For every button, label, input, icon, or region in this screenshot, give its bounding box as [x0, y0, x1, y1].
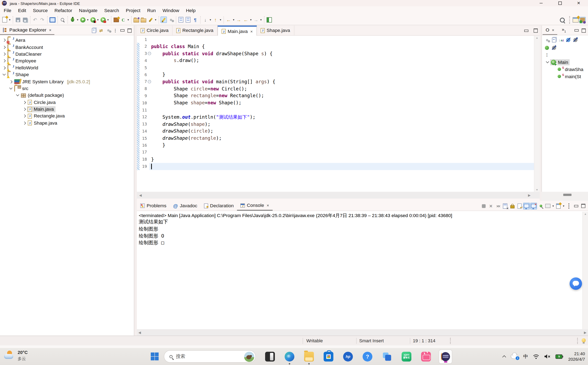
last-edit-location-dropdown-icon[interactable]: ▼	[232, 18, 235, 21]
wifi-icon[interactable]	[533, 354, 539, 359]
view-menu-icon[interactable]: ⋮	[112, 27, 119, 34]
hide-fields-icon[interactable]: F	[565, 37, 572, 43]
outline-item-main[interactable]: CMain	[542, 58, 588, 66]
chevron-right-icon[interactable]	[2, 38, 6, 42]
editor-maximize-button[interactable]	[532, 28, 539, 34]
iqiyi-icon[interactable]: iQIYI爱奇艺	[402, 352, 412, 362]
go-up-icon[interactable]: ↑	[212, 17, 218, 23]
collapse-all-icon[interactable]	[91, 27, 97, 34]
open-console-icon[interactable]	[555, 203, 562, 209]
tree-item--default-package-[interactable]: (default package)	[0, 92, 134, 99]
taskbar-weather-widget[interactable]: 20°C 多云	[4, 350, 27, 361]
editor-horizontal-scrollbar[interactable]: ◀▶	[137, 192, 540, 199]
tab-javadoc[interactable]: @Javadoc	[170, 201, 201, 211]
close-icon[interactable]: ×	[267, 203, 269, 208]
coverage-icon[interactable]	[90, 17, 96, 23]
word-wrap-icon[interactable]	[516, 203, 523, 209]
go-up-dropdown-icon[interactable]: ▼	[219, 18, 222, 21]
show-selected-element-icon[interactable]: ↓	[202, 17, 209, 23]
show-selected-element-dropdown-icon[interactable]: ▼	[209, 18, 212, 21]
taskbar-app-help-app[interactable]: ?	[358, 348, 377, 365]
show-on-stdout-icon[interactable]	[523, 203, 530, 209]
console-vertical-scrollbar[interactable]: ▲	[582, 212, 588, 329]
onedrive-icon[interactable]	[511, 354, 518, 359]
taskbar-app-file-explorer[interactable]	[299, 348, 319, 365]
tree-item-jre-system-library[interactable]: JRE System Library[jdk-25.0.2]	[0, 78, 134, 85]
start-button[interactable]	[151, 352, 159, 360]
taskbar-app-iqiyi[interactable]: iQIYI爱奇艺	[397, 348, 416, 365]
ime-indicator[interactable]: 中	[523, 353, 528, 360]
show-whitespace-icon[interactable]: ¶	[192, 17, 198, 23]
terminate-icon[interactable]	[480, 203, 487, 209]
view-menu-icon[interactable]: ⋮	[566, 203, 572, 209]
organize-imports-icon[interactable]	[185, 17, 191, 23]
display-selected-console-icon[interactable]	[544, 203, 551, 209]
redo-icon[interactable]: ↷	[39, 17, 45, 23]
close-icon[interactable]: ×	[49, 28, 52, 32]
next-edit-location-icon[interactable]: →	[236, 17, 242, 23]
volume-muted-icon[interactable]	[544, 354, 551, 359]
window-close-button[interactable]: ✕	[569, 0, 588, 6]
search-dialog-dropdown-icon[interactable]: ▼	[154, 18, 157, 21]
editor-tab-circle-java[interactable]: Circle.java	[137, 26, 173, 35]
focus-icon[interactable]	[105, 27, 111, 34]
chevron-down-icon[interactable]	[546, 60, 549, 64]
menu-project[interactable]: Project	[122, 6, 144, 14]
open-console-view-icon[interactable]	[49, 17, 55, 23]
tab-package-explorer[interactable]: Package Explorer ×	[0, 26, 54, 35]
hide-local-types-icon[interactable]: L	[550, 45, 558, 51]
taskbar-app-edge[interactable]	[280, 348, 299, 365]
tree-item-shape[interactable]: JShape	[0, 71, 134, 78]
taskbar-app-microsoft-store[interactable]	[319, 348, 338, 365]
tree-item-circle-java[interactable]: Circle.java	[0, 99, 134, 106]
outline-item-main-st[interactable]: Smain(St	[542, 73, 588, 80]
tab-declaration[interactable]: Declaration	[201, 201, 237, 211]
new-java-class-icon[interactable]: C	[120, 17, 126, 23]
menu-file[interactable]: File	[0, 6, 15, 14]
editor-minimize-button[interactable]	[523, 28, 530, 34]
open-perspective-icon[interactable]	[572, 17, 579, 23]
new-wizard-dropdown-icon[interactable]: ▼	[8, 18, 11, 21]
minimize-icon[interactable]	[573, 203, 579, 209]
tree-item-datacleaner[interactable]: JDataCleaner	[0, 50, 134, 57]
chevron-down-icon[interactable]	[9, 87, 13, 91]
assistant-chat-bubble[interactable]	[570, 277, 582, 290]
editor-vertical-scrollbar[interactable]: ▲▼	[534, 35, 540, 192]
chevron-right-icon[interactable]	[2, 52, 6, 56]
menu-source[interactable]: Source	[29, 6, 51, 14]
tab-outline[interactable]: O ×	[543, 26, 557, 35]
tab-console[interactable]: Console×	[237, 201, 272, 211]
edge-icon[interactable]	[285, 352, 295, 362]
close-icon[interactable]: ×	[552, 28, 554, 32]
blue-docs-app-icon[interactable]	[382, 352, 392, 362]
chevron-right-icon[interactable]	[22, 121, 26, 125]
new-java-class-dropdown-icon[interactable]: ▼	[127, 18, 130, 21]
console-horizontal-scrollbar[interactable]: ◀▶	[137, 329, 588, 336]
fold-collapse-icon[interactable]: −	[148, 80, 151, 83]
collapse-all-icon[interactable]	[550, 37, 558, 43]
chevron-right-icon[interactable]	[2, 66, 6, 70]
minimize-icon[interactable]	[119, 27, 126, 34]
coverage-dropdown-icon[interactable]: ▼	[96, 18, 100, 21]
run-icon[interactable]	[80, 17, 86, 23]
window-minimize-button[interactable]	[532, 0, 551, 6]
close-icon[interactable]: ×	[250, 29, 253, 34]
tab-problems[interactable]: Problems	[137, 201, 170, 211]
chevron-right-icon[interactable]	[22, 114, 26, 118]
search-highlight-image[interactable]	[244, 352, 254, 362]
new-java-project-icon[interactable]	[113, 17, 119, 23]
chevron-right-icon[interactable]	[9, 80, 13, 84]
undo-icon[interactable]: ↶	[32, 17, 38, 23]
editor-tab-shape-java[interactable]: Shape.java	[257, 26, 294, 35]
taskbar-clock[interactable]: 21:40 2026/4/7	[568, 351, 585, 362]
chevron-right-icon[interactable]	[2, 59, 6, 63]
tree-item-helloworld[interactable]: JHelloWorld	[0, 64, 134, 71]
link-with-editor-icon[interactable]: ⇄	[98, 27, 104, 34]
outline-scrollbar-thumb[interactable]	[563, 194, 571, 196]
view-menu-icon[interactable]: ⋮	[545, 53, 549, 57]
menu-run[interactable]: Run	[144, 6, 159, 14]
run-external-tools-icon[interactable]	[100, 17, 106, 23]
maximize-icon[interactable]	[580, 203, 587, 209]
tree-item-src[interactable]: src	[0, 85, 134, 92]
search-dialog-icon[interactable]	[147, 17, 154, 23]
